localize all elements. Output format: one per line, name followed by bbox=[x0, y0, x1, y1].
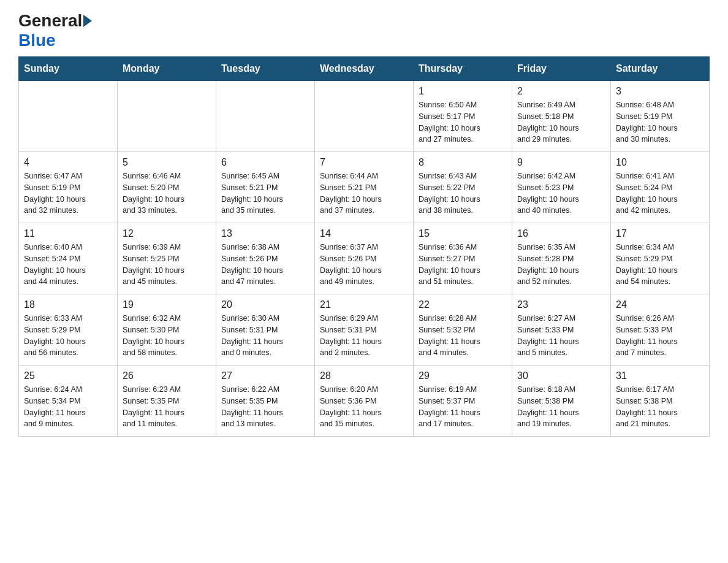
week-row-2: 4Sunrise: 6:47 AMSunset: 5:19 PMDaylight… bbox=[19, 152, 710, 223]
calendar-cell: 5Sunrise: 6:46 AMSunset: 5:20 PMDaylight… bbox=[118, 152, 216, 223]
day-info: Sunrise: 6:50 AMSunset: 5:17 PMDaylight:… bbox=[419, 99, 507, 145]
weekday-header-monday: Monday bbox=[118, 57, 216, 81]
calendar-cell: 8Sunrise: 6:43 AMSunset: 5:22 PMDaylight… bbox=[414, 152, 512, 223]
calendar-cell: 18Sunrise: 6:33 AMSunset: 5:29 PMDayligh… bbox=[19, 294, 118, 366]
day-info: Sunrise: 6:30 AMSunset: 5:31 PMDaylight:… bbox=[221, 313, 309, 359]
calendar-cell: 31Sunrise: 6:17 AMSunset: 5:38 PMDayligh… bbox=[611, 366, 710, 437]
logo-blue-text: Blue bbox=[18, 31, 56, 50]
calendar-cell: 17Sunrise: 6:34 AMSunset: 5:29 PMDayligh… bbox=[611, 223, 710, 294]
calendar-cell: 2Sunrise: 6:49 AMSunset: 5:18 PMDaylight… bbox=[512, 81, 611, 152]
calendar-cell: 11Sunrise: 6:40 AMSunset: 5:24 PMDayligh… bbox=[19, 223, 118, 294]
weekday-header-tuesday: Tuesday bbox=[216, 57, 315, 81]
logo-arrow-icon bbox=[83, 15, 92, 27]
day-info: Sunrise: 6:41 AMSunset: 5:24 PMDaylight:… bbox=[616, 170, 704, 216]
day-number: 19 bbox=[123, 299, 211, 310]
day-info: Sunrise: 6:49 AMSunset: 5:18 PMDaylight:… bbox=[517, 99, 605, 145]
day-info: Sunrise: 6:34 AMSunset: 5:29 PMDaylight:… bbox=[616, 242, 704, 288]
day-info: Sunrise: 6:35 AMSunset: 5:28 PMDaylight:… bbox=[517, 242, 605, 288]
calendar-cell: 10Sunrise: 6:41 AMSunset: 5:24 PMDayligh… bbox=[611, 152, 710, 223]
day-info: Sunrise: 6:20 AMSunset: 5:36 PMDaylight:… bbox=[320, 384, 408, 430]
day-info: Sunrise: 6:45 AMSunset: 5:21 PMDaylight:… bbox=[221, 170, 309, 216]
calendar-cell: 26Sunrise: 6:23 AMSunset: 5:35 PMDayligh… bbox=[118, 366, 216, 437]
day-number: 12 bbox=[123, 228, 211, 239]
day-number: 2 bbox=[517, 86, 605, 97]
day-number: 8 bbox=[419, 157, 507, 168]
logo: General Blue bbox=[18, 12, 92, 50]
day-info: Sunrise: 6:17 AMSunset: 5:38 PMDaylight:… bbox=[616, 384, 704, 430]
calendar-cell bbox=[216, 81, 315, 152]
header: General Blue bbox=[18, 12, 710, 50]
day-number: 4 bbox=[24, 157, 112, 168]
day-info: Sunrise: 6:24 AMSunset: 5:34 PMDaylight:… bbox=[24, 384, 112, 430]
day-number: 3 bbox=[616, 86, 704, 97]
day-info: Sunrise: 6:23 AMSunset: 5:35 PMDaylight:… bbox=[123, 384, 211, 430]
day-number: 6 bbox=[221, 157, 309, 168]
calendar-cell: 1Sunrise: 6:50 AMSunset: 5:17 PMDaylight… bbox=[414, 81, 512, 152]
day-info: Sunrise: 6:18 AMSunset: 5:38 PMDaylight:… bbox=[517, 384, 605, 430]
day-info: Sunrise: 6:40 AMSunset: 5:24 PMDaylight:… bbox=[24, 242, 112, 288]
calendar-cell: 14Sunrise: 6:37 AMSunset: 5:26 PMDayligh… bbox=[315, 223, 414, 294]
calendar-cell: 12Sunrise: 6:39 AMSunset: 5:25 PMDayligh… bbox=[118, 223, 216, 294]
day-number: 30 bbox=[517, 370, 605, 381]
week-row-3: 11Sunrise: 6:40 AMSunset: 5:24 PMDayligh… bbox=[19, 223, 710, 294]
calendar-cell: 9Sunrise: 6:42 AMSunset: 5:23 PMDaylight… bbox=[512, 152, 611, 223]
day-number: 28 bbox=[320, 370, 408, 381]
day-number: 5 bbox=[123, 157, 211, 168]
day-number: 29 bbox=[419, 370, 507, 381]
day-info: Sunrise: 6:46 AMSunset: 5:20 PMDaylight:… bbox=[123, 170, 211, 216]
day-number: 14 bbox=[320, 228, 408, 239]
calendar-cell: 24Sunrise: 6:26 AMSunset: 5:33 PMDayligh… bbox=[611, 294, 710, 366]
calendar-cell: 6Sunrise: 6:45 AMSunset: 5:21 PMDaylight… bbox=[216, 152, 315, 223]
day-info: Sunrise: 6:19 AMSunset: 5:37 PMDaylight:… bbox=[419, 384, 507, 430]
day-number: 23 bbox=[517, 299, 605, 310]
day-number: 1 bbox=[419, 86, 507, 97]
day-number: 21 bbox=[320, 299, 408, 310]
day-number: 20 bbox=[221, 299, 309, 310]
weekday-header-row: SundayMondayTuesdayWednesdayThursdayFrid… bbox=[19, 57, 710, 81]
logo-general: General bbox=[18, 12, 92, 29]
calendar-table: SundayMondayTuesdayWednesdayThursdayFrid… bbox=[18, 56, 710, 437]
day-info: Sunrise: 6:48 AMSunset: 5:19 PMDaylight:… bbox=[616, 99, 704, 145]
day-number: 11 bbox=[24, 228, 112, 239]
week-row-1: 1Sunrise: 6:50 AMSunset: 5:17 PMDaylight… bbox=[19, 81, 710, 152]
week-row-4: 18Sunrise: 6:33 AMSunset: 5:29 PMDayligh… bbox=[19, 294, 710, 366]
weekday-header-wednesday: Wednesday bbox=[315, 57, 414, 81]
day-info: Sunrise: 6:28 AMSunset: 5:32 PMDaylight:… bbox=[419, 313, 507, 359]
calendar-cell: 4Sunrise: 6:47 AMSunset: 5:19 PMDaylight… bbox=[19, 152, 118, 223]
calendar-cell: 20Sunrise: 6:30 AMSunset: 5:31 PMDayligh… bbox=[216, 294, 315, 366]
weekday-header-saturday: Saturday bbox=[611, 57, 710, 81]
day-info: Sunrise: 6:29 AMSunset: 5:31 PMDaylight:… bbox=[320, 313, 408, 359]
day-info: Sunrise: 6:27 AMSunset: 5:33 PMDaylight:… bbox=[517, 313, 605, 359]
day-info: Sunrise: 6:39 AMSunset: 5:25 PMDaylight:… bbox=[123, 242, 211, 288]
calendar-cell: 28Sunrise: 6:20 AMSunset: 5:36 PMDayligh… bbox=[315, 366, 414, 437]
day-info: Sunrise: 6:47 AMSunset: 5:19 PMDaylight:… bbox=[24, 170, 112, 216]
day-number: 18 bbox=[24, 299, 112, 310]
calendar-cell: 3Sunrise: 6:48 AMSunset: 5:19 PMDaylight… bbox=[611, 81, 710, 152]
day-number: 16 bbox=[517, 228, 605, 239]
day-info: Sunrise: 6:38 AMSunset: 5:26 PMDaylight:… bbox=[221, 242, 309, 288]
day-number: 15 bbox=[419, 228, 507, 239]
day-info: Sunrise: 6:33 AMSunset: 5:29 PMDaylight:… bbox=[24, 313, 112, 359]
calendar-cell bbox=[118, 81, 216, 152]
day-number: 24 bbox=[616, 299, 704, 310]
day-info: Sunrise: 6:36 AMSunset: 5:27 PMDaylight:… bbox=[419, 242, 507, 288]
day-info: Sunrise: 6:37 AMSunset: 5:26 PMDaylight:… bbox=[320, 242, 408, 288]
calendar-cell: 7Sunrise: 6:44 AMSunset: 5:21 PMDaylight… bbox=[315, 152, 414, 223]
day-number: 7 bbox=[320, 157, 408, 168]
logo-general-text: General bbox=[18, 12, 82, 29]
calendar-cell: 25Sunrise: 6:24 AMSunset: 5:34 PMDayligh… bbox=[19, 366, 118, 437]
day-info: Sunrise: 6:42 AMSunset: 5:23 PMDaylight:… bbox=[517, 170, 605, 216]
calendar-cell: 19Sunrise: 6:32 AMSunset: 5:30 PMDayligh… bbox=[118, 294, 216, 366]
weekday-header-friday: Friday bbox=[512, 57, 611, 81]
day-info: Sunrise: 6:26 AMSunset: 5:33 PMDaylight:… bbox=[616, 313, 704, 359]
day-number: 17 bbox=[616, 228, 704, 239]
day-number: 13 bbox=[221, 228, 309, 239]
day-number: 22 bbox=[419, 299, 507, 310]
day-info: Sunrise: 6:32 AMSunset: 5:30 PMDaylight:… bbox=[123, 313, 211, 359]
day-info: Sunrise: 6:22 AMSunset: 5:35 PMDaylight:… bbox=[221, 384, 309, 430]
calendar-cell: 22Sunrise: 6:28 AMSunset: 5:32 PMDayligh… bbox=[414, 294, 512, 366]
week-row-5: 25Sunrise: 6:24 AMSunset: 5:34 PMDayligh… bbox=[19, 366, 710, 437]
calendar-cell: 30Sunrise: 6:18 AMSunset: 5:38 PMDayligh… bbox=[512, 366, 611, 437]
day-number: 25 bbox=[24, 370, 112, 381]
calendar-cell: 16Sunrise: 6:35 AMSunset: 5:28 PMDayligh… bbox=[512, 223, 611, 294]
